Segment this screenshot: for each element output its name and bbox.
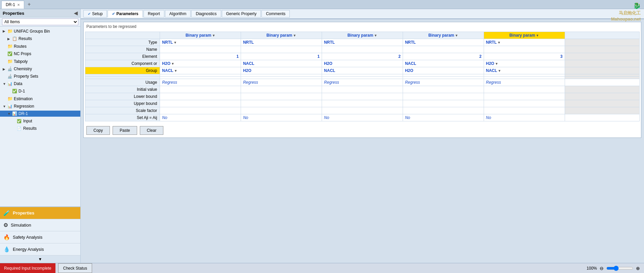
cell-scale-4[interactable] — [403, 107, 484, 114]
tree-label: Routes — [14, 44, 27, 49]
cell-aji-4[interactable]: No — [403, 114, 484, 121]
cell-usage-2[interactable]: Regress — [241, 79, 322, 86]
tab-diagnostics[interactable]: Diagnostics — [191, 10, 221, 17]
clear-button[interactable]: Clear — [140, 126, 164, 135]
cell-scale-5[interactable] — [484, 107, 565, 114]
cell-scale-1[interactable] — [160, 107, 241, 114]
paste-button[interactable]: Paste — [113, 126, 137, 135]
cell-group-5[interactable]: NACL ▼ — [484, 67, 565, 74]
cell-element-3[interactable]: 2 — [322, 53, 403, 60]
cell-lower-1[interactable] — [160, 93, 241, 100]
sidebar-nav-safety[interactable]: 🔥 Safety Analysis — [0, 231, 80, 243]
cell-usage-1[interactable]: Regress — [160, 79, 241, 86]
tab-report[interactable]: Report — [144, 10, 164, 17]
cell-comp-2[interactable]: NACL — [241, 60, 322, 67]
sidebar-nav-properties[interactable]: 🧪 Properties — [0, 207, 80, 219]
cell-comp-5[interactable]: H2O ▼ — [484, 60, 565, 67]
row-label-scale: Scale factor — [85, 107, 160, 114]
cell-comp-4[interactable]: NACL — [403, 60, 484, 67]
tab-algorithm[interactable]: Algorithm — [165, 10, 191, 17]
cell-usage-5[interactable]: Regress — [484, 79, 565, 86]
cell-scale-3[interactable] — [322, 107, 403, 114]
zoom-slider[interactable] — [606, 266, 633, 271]
tab-parameters-label: Parameters — [116, 11, 138, 16]
cell-type-1[interactable]: NRTL ▼ — [160, 39, 241, 46]
cell-group-3[interactable]: NACL — [322, 67, 403, 74]
cell-aji-5[interactable]: No — [484, 114, 565, 121]
dropdown-arrow[interactable]: ▼ — [498, 69, 501, 73]
dropdown-arrow[interactable]: ▼ — [536, 34, 539, 37]
tab-setup[interactable]: ✔ Setup — [83, 10, 107, 17]
sidebar-nav-simulation[interactable]: ⚙ Simulation — [0, 219, 80, 231]
cell-comp-1[interactable]: H2O ▼ — [160, 60, 241, 67]
cell-lower-4[interactable] — [403, 93, 484, 100]
cell-type-4[interactable]: NRTL — [403, 39, 484, 46]
sidebar-collapse-btn[interactable]: ◀ — [74, 10, 78, 16]
cell-upper-2[interactable] — [241, 100, 322, 107]
cell-type-6 — [565, 39, 639, 46]
dropdown-arrow[interactable]: ▼ — [171, 62, 174, 66]
tab-generic[interactable]: Generic Property — [222, 10, 261, 17]
dropdown-arrow[interactable]: ▼ — [497, 41, 501, 44]
cell-name-2 — [241, 46, 322, 53]
cell-initial-1[interactable] — [160, 86, 241, 93]
cell-initial-2[interactable] — [241, 86, 322, 93]
cell-aji-1[interactable]: No — [160, 114, 241, 121]
cell-element-4[interactable]: 2 — [403, 53, 484, 60]
sidebar-filter-select[interactable]: All Items — [2, 18, 78, 25]
cell-type-3[interactable]: NRTL — [322, 39, 403, 46]
cell-group-1[interactable]: NACL ▼ — [160, 67, 241, 74]
status-right: 100% ⊖ ⊕ — [587, 266, 644, 271]
doc-tab-dr1[interactable]: DR-1 ✕ — [1, 1, 24, 9]
cell-element-1[interactable]: 1 — [160, 53, 241, 60]
zoom-minus-button[interactable]: ⊖ — [600, 266, 604, 271]
cell-group-4[interactable]: H2O — [403, 67, 484, 74]
cell-comp-3[interactable]: H2O — [322, 60, 403, 67]
cell-lower-2[interactable] — [241, 93, 322, 100]
zoom-plus-button[interactable]: ⊕ — [636, 266, 640, 271]
check-status-button[interactable]: Check Status — [58, 263, 92, 273]
cell-initial-4[interactable] — [403, 86, 484, 93]
cell-initial-5[interactable] — [484, 86, 565, 93]
cell-scale-2[interactable] — [241, 107, 322, 114]
cell-group-2[interactable]: H2O — [241, 67, 322, 74]
cell-comp-6 — [565, 60, 639, 67]
cell-type-5[interactable]: NRTL ▼ — [484, 39, 565, 46]
cell-initial-3[interactable] — [322, 86, 403, 93]
cell-upper-3[interactable] — [322, 100, 403, 107]
cell-type-2[interactable]: NRTL — [241, 39, 322, 46]
cell-element-2[interactable]: 1 — [241, 53, 322, 60]
dropdown-arrow[interactable]: ▼ — [173, 41, 177, 44]
copy-button[interactable]: Copy — [86, 126, 110, 135]
content-area: ✔ Setup ✔ Parameters Report Algorithm Di… — [81, 9, 644, 263]
cell-usage-3[interactable]: Regress — [322, 79, 403, 86]
simulation-icon: ⚙ — [3, 222, 8, 228]
cell-upper-5[interactable] — [484, 100, 565, 107]
cell-lower-5[interactable] — [484, 93, 565, 100]
row-label-upper: Upper bound — [85, 100, 160, 107]
dropdown-arrow[interactable]: ▼ — [293, 34, 296, 37]
sidebar-nav-more[interactable]: ▼ — [0, 256, 80, 263]
cell-lower-3[interactable] — [322, 93, 403, 100]
doc-tab-close[interactable]: ✕ — [17, 3, 20, 7]
cell-upper-1[interactable] — [160, 100, 241, 107]
status-error-badge: Required Input Incomplete — [0, 263, 55, 273]
cell-element-5[interactable]: 3 — [484, 53, 565, 60]
dropdown-arrow[interactable]: ▼ — [212, 34, 215, 37]
cell-aji-3[interactable]: No — [322, 114, 403, 121]
cell-upper-4[interactable] — [403, 100, 484, 107]
tree-label: Results — [18, 36, 32, 41]
sidebar-nav-energy[interactable]: 💧 Energy Analysis — [0, 243, 80, 256]
tab-comments[interactable]: Comments — [261, 10, 290, 17]
dropdown-arrow[interactable]: ▼ — [374, 34, 377, 37]
new-tab-button[interactable]: + — [25, 0, 33, 9]
dropdown-arrow[interactable]: ▼ — [174, 69, 177, 73]
dropdown-arrow[interactable]: ▼ — [495, 62, 498, 66]
params-table-container: Binary param▼ Binary param▼ Binary param… — [85, 32, 640, 121]
row-label-usage: Usage — [85, 79, 160, 86]
tree-label: Chemistry — [14, 67, 32, 71]
cell-aji-2[interactable]: No — [241, 114, 322, 121]
cell-usage-4[interactable]: Regress — [403, 79, 484, 86]
dropdown-arrow[interactable]: ▼ — [455, 34, 458, 37]
tab-parameters[interactable]: ✔ Parameters — [108, 10, 143, 17]
